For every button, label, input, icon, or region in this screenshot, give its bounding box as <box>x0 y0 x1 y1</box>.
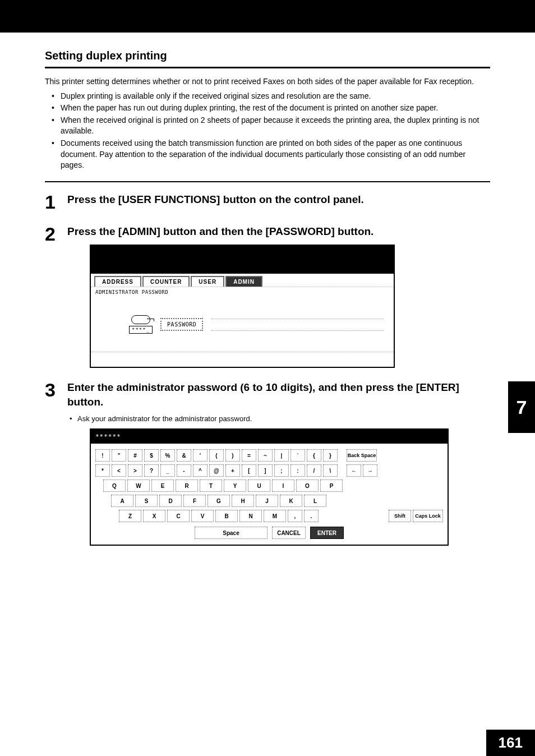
key-underscore[interactable]: _ <box>160 464 175 477</box>
tab-counter[interactable]: COUNTER <box>142 276 190 287</box>
key-e[interactable]: E <box>151 480 174 492</box>
key-space[interactable]: Space <box>195 527 268 539</box>
step-3: 3 Enter the administrator password (6 to… <box>45 380 490 546</box>
step-divider <box>45 181 490 182</box>
key-w[interactable]: W <box>127 480 150 492</box>
step-title: Press the [USER FUNCTIONS] button on the… <box>67 192 490 207</box>
key-p[interactable]: P <box>320 480 343 492</box>
key-k[interactable]: K <box>280 495 302 507</box>
cancel-button[interactable]: CANCEL <box>272 527 306 539</box>
step-body: Press the [ADMIN] button and then the [P… <box>67 224 490 368</box>
step-number: 3 <box>45 380 59 399</box>
key-period[interactable]: . <box>304 510 319 522</box>
page-number: 161 <box>486 730 535 756</box>
key-z[interactable]: Z <box>119 510 141 522</box>
key-o[interactable]: O <box>296 480 319 492</box>
key-amp[interactable]: & <box>177 449 191 462</box>
key-a[interactable]: A <box>111 495 133 507</box>
key-colon[interactable]: : <box>290 464 305 477</box>
key-gt[interactable]: > <box>128 464 142 477</box>
key-at[interactable]: @ <box>209 464 224 477</box>
onscreen-keyboard: ****** ! " # $ % & ' ( ) = <box>90 428 449 546</box>
key-n[interactable]: N <box>239 510 262 522</box>
tab-user[interactable]: USER <box>191 276 224 287</box>
keyboard-bottom-row: Space CANCEL ENTER <box>95 527 443 539</box>
key-rbracket[interactable]: ] <box>258 464 273 477</box>
key-percent[interactable]: % <box>160 449 175 462</box>
key-plus[interactable]: + <box>225 464 240 477</box>
key-arrow-left[interactable]: ← <box>347 464 361 477</box>
key-lt[interactable]: < <box>112 464 126 477</box>
key-b[interactable]: B <box>215 510 238 522</box>
bullet-item: When the received original is printed on… <box>45 115 490 137</box>
key-l[interactable]: L <box>304 495 326 507</box>
key-rparen[interactable]: ) <box>225 449 240 462</box>
keyboard-row-3: Q W E R T Y U I O P <box>95 480 443 492</box>
key-lparen[interactable]: ( <box>209 449 224 462</box>
key-dollar[interactable]: $ <box>144 449 159 462</box>
tab-address[interactable]: ADDRESS <box>94 276 141 287</box>
key-d[interactable]: D <box>159 495 182 507</box>
chapter-tab: 7 <box>508 381 535 433</box>
intro-text: This printer setting determines whether … <box>45 76 490 87</box>
key-backspace[interactable]: Back Space <box>347 449 377 462</box>
key-y[interactable]: Y <box>224 480 246 492</box>
key-q[interactable]: Q <box>103 480 126 492</box>
key-t[interactable]: T <box>200 480 222 492</box>
key-f[interactable]: F <box>183 495 206 507</box>
key-capslock[interactable]: Caps Lock <box>413 510 443 522</box>
key-minus[interactable]: - <box>177 464 191 477</box>
key-equal[interactable]: = <box>242 449 256 462</box>
key-slash[interactable]: / <box>307 464 321 477</box>
key-rbrace[interactable]: } <box>323 449 338 462</box>
key-j[interactable]: J <box>256 495 278 507</box>
step-body: Press the [USER FUNCTIONS] button on the… <box>67 192 490 213</box>
key-lbrace[interactable]: { <box>307 449 321 462</box>
password-mask: ****_ <box>129 326 153 334</box>
key-hash[interactable]: # <box>128 449 142 462</box>
key-h[interactable]: H <box>232 495 254 507</box>
key-tilde[interactable]: ~ <box>258 449 273 462</box>
keyboard-row-5: Z X C V B N M , . Shift Caps Lock <box>95 510 443 522</box>
step-title: Enter the administrator password (6 to 1… <box>67 380 490 409</box>
bullet-list: Duplex printing is available only if the… <box>45 91 490 171</box>
title-underline <box>45 67 490 68</box>
key-x[interactable]: X <box>143 510 165 522</box>
step-1: 1 Press the [USER FUNCTIONS] button on t… <box>45 192 490 213</box>
key-semicolon[interactable]: ; <box>274 464 289 477</box>
key-caret[interactable]: ^ <box>193 464 207 477</box>
key-backtick[interactable]: ` <box>290 449 305 462</box>
key-exclaim[interactable]: ! <box>95 449 110 462</box>
key-question[interactable]: ? <box>144 464 159 477</box>
screenshot-admin-password: ADDRESS COUNTER USER ADMIN ADMINISTRATOR… <box>90 245 490 368</box>
key-shift[interactable]: Shift <box>389 510 411 522</box>
key-m[interactable]: M <box>264 510 286 522</box>
key-backslash[interactable]: \ <box>323 464 338 477</box>
key-i[interactable]: I <box>272 480 294 492</box>
bullet-item: Documents received using the batch trans… <box>45 138 490 171</box>
key-apos[interactable]: ' <box>193 449 207 462</box>
key-v[interactable]: V <box>191 510 214 522</box>
tab-admin[interactable]: ADMIN <box>225 276 262 287</box>
key-g[interactable]: G <box>207 495 230 507</box>
key-lbracket[interactable]: [ <box>242 464 256 477</box>
enter-button[interactable]: ENTER <box>310 527 344 539</box>
key-pipe[interactable]: | <box>274 449 289 462</box>
key-c[interactable]: C <box>167 510 190 522</box>
keyboard-row-4: A S D F G H J K L <box>95 495 443 507</box>
tab-row: ADDRESS COUNTER USER ADMIN <box>91 274 394 287</box>
password-field[interactable] <box>211 319 384 331</box>
key-s[interactable]: S <box>135 495 158 507</box>
key-arrow-right[interactable]: → <box>363 464 377 477</box>
key-quote[interactable]: " <box>112 449 126 462</box>
key-comma[interactable]: , <box>288 510 302 522</box>
section-title: Setting duplex printing <box>45 49 490 62</box>
key-icon-group: ****_ <box>129 315 153 334</box>
step-2: 2 Press the [ADMIN] button and then the … <box>45 224 490 368</box>
key-asterisk[interactable]: * <box>95 464 110 477</box>
key-r[interactable]: R <box>176 480 198 492</box>
password-button[interactable]: PASSWORD <box>160 318 203 331</box>
ui-panel-bottom <box>91 352 394 367</box>
key-u[interactable]: U <box>248 480 270 492</box>
keyboard-row-1: ! " # $ % & ' ( ) = ~ | ` <box>95 449 443 462</box>
